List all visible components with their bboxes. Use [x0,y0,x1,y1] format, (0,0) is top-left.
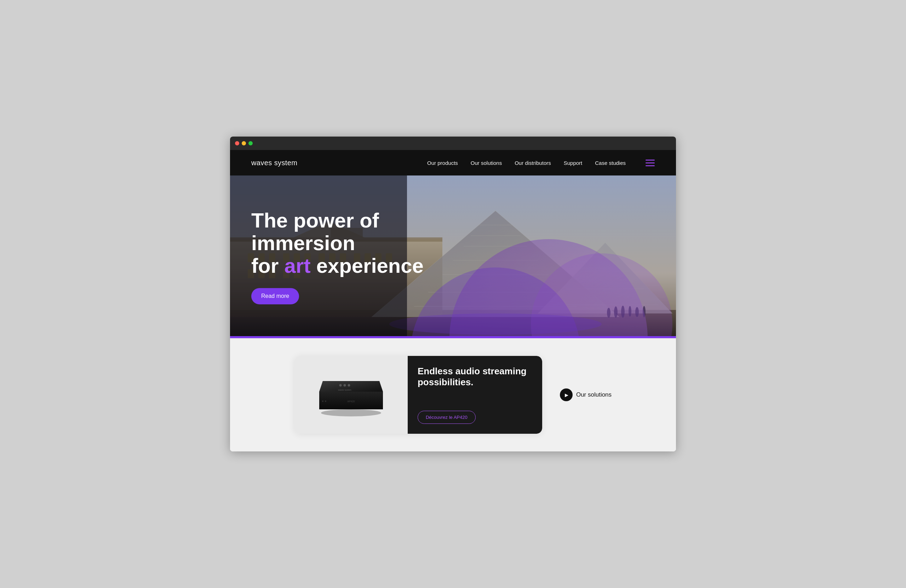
nav-link-distributors[interactable]: Our distributors [515,160,551,166]
device-image: waves system AP420 [312,371,390,417]
site-logo[interactable]: waves system [251,159,297,167]
hamburger-line-2 [646,163,655,163]
solutions-circle-icon [560,389,573,401]
hero-content: The power of immersion for art experienc… [251,209,464,304]
hamburger-line-3 [646,165,655,166]
product-discover-button[interactable]: Découvrez le AP420 [418,411,476,424]
nav-links: Our products Our solutions Our distribut… [427,159,655,166]
nav-link-case-studies[interactable]: Case studies [595,160,626,166]
product-info-panel: Endless audio streaming possibilities. D… [408,356,542,434]
product-title: Endless audio streaming possibilities. [418,366,532,388]
hamburger-menu[interactable] [646,159,655,166]
nav-link-products[interactable]: Our products [427,160,458,166]
hero-title-line2: for art experience [251,254,424,277]
product-section: waves system AP420 Endless audio streami… [230,338,676,451]
hero-purple-bar [230,336,676,338]
hamburger-line-1 [646,159,655,161]
hero-read-more-button[interactable]: Read more [251,288,299,304]
svg-text:waves system: waves system [338,389,351,391]
svg-point-53 [321,410,381,416]
svg-point-54 [339,384,341,387]
solutions-link[interactable]: Our solutions [560,389,611,401]
svg-point-56 [348,384,350,387]
hero-title-art: art [284,254,310,277]
close-dot[interactable] [235,141,239,145]
svg-point-59 [322,400,324,402]
svg-text:AP420: AP420 [347,400,355,403]
main-nav: waves system Our products Our solutions … [230,150,676,175]
nav-link-solutions[interactable]: Our solutions [471,160,502,166]
browser-chrome [230,137,676,150]
browser-window: waves system Our products Our solutions … [230,137,676,451]
svg-point-60 [325,400,326,402]
svg-point-55 [343,384,346,387]
product-image-area: waves system AP420 [295,356,408,434]
hero-section: The power of immersion for art experienc… [230,175,676,338]
solutions-label: Our solutions [576,391,611,398]
expand-dot[interactable] [249,141,253,145]
nav-link-support[interactable]: Support [564,160,582,166]
product-card: waves system AP420 Endless audio streami… [295,356,542,434]
minimize-dot[interactable] [242,141,246,145]
hero-title-line1: The power of immersion [251,209,379,254]
hero-title: The power of immersion for art experienc… [251,209,464,277]
